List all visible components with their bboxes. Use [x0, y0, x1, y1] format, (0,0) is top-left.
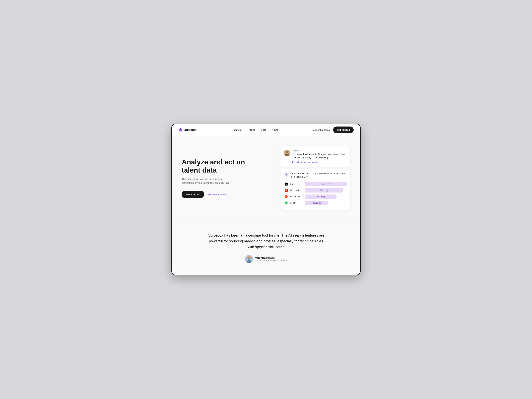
news-label: News	[272, 128, 278, 131]
products-link[interactable]: Products ▾	[231, 128, 242, 131]
testimonial-section: “Juicebox has been an awesome tool for m…	[172, 222, 360, 275]
bar-container: 39 (32%)	[305, 188, 347, 192]
bar: 25 (17%)	[305, 201, 328, 205]
svg-point-9	[286, 174, 287, 175]
upload-label: Upload location search	[296, 161, 317, 163]
svg-point-16	[286, 196, 286, 196]
hero-subtitle: The map shows you the geographical distr…	[182, 177, 232, 185]
testimonial-quote: “Juicebox has been an awesome tool for m…	[206, 232, 326, 250]
hero-actions: Get started Request a demo ›	[182, 191, 248, 198]
bar-container: 32 (26%)	[305, 195, 347, 199]
pricing-link[interactable]: Pricing	[248, 128, 255, 131]
hero-section: Analyze and act on talent data The map s…	[172, 136, 360, 222]
nav-item-pricing[interactable]: Pricing	[248, 128, 255, 131]
navbar: Juicebox Products ▾ Pricing Docs	[172, 124, 360, 136]
docs-link[interactable]: Docs	[261, 128, 266, 131]
bar: 39 (32%)	[305, 188, 343, 192]
logo[interactable]: Juicebox	[178, 127, 197, 132]
hero-title: Analyze and act on talent data	[182, 158, 248, 174]
testimonial-author: Veronica Parado Sr. Technical Recruiter …	[185, 255, 347, 263]
request-demo-nav-link[interactable]: Request a demo	[311, 128, 330, 131]
chevron-down-icon: ▾	[241, 129, 242, 131]
author-avatar-icon	[245, 255, 253, 263]
nav-actions: Request a demo Get started	[311, 127, 354, 133]
products-label: Products	[231, 128, 241, 131]
company-logo: B	[284, 182, 288, 186]
svg-text:K: K	[286, 202, 287, 204]
nav-links: Products ▾ Pricing Docs News	[231, 128, 278, 131]
get-started-hero-button[interactable]: Get started	[182, 191, 204, 198]
svg-point-17	[286, 196, 287, 196]
company-logo: K	[284, 201, 288, 205]
employer-row: B Brex 39 (44%)	[284, 182, 347, 186]
results-header: Great! Here're top 10 current employers …	[284, 172, 347, 179]
svg-point-5	[286, 151, 288, 153]
company-name: Doordash	[290, 189, 304, 191]
avatar-face-icon	[284, 150, 290, 156]
logo-icon	[178, 127, 183, 132]
company-logo	[284, 194, 288, 199]
employer-row: 🍕 Doordash 39 (32%)	[284, 188, 347, 193]
upload-location-link[interactable]: ↑ Upload location search	[292, 161, 347, 163]
device-frame: Juicebox Products ▾ Pricing Docs	[171, 124, 361, 275]
svg-rect-3	[180, 128, 181, 129]
upload-icon: ↑	[292, 161, 295, 163]
svg-point-18	[286, 196, 286, 196]
chat-content: Just now Full stack developer with 8+ ye…	[292, 150, 347, 163]
employer-row: Reddit, Inc 32 (26%)	[284, 194, 347, 199]
employers-list: B Brex 39 (44%) 🍕 Doordash 39 (32%) Redd…	[284, 182, 347, 205]
nav-item-products[interactable]: Products ▾	[231, 128, 242, 131]
bar-container: 25 (17%)	[305, 201, 347, 205]
nav-item-docs[interactable]: Docs	[261, 128, 266, 131]
request-demo-hero-label: Request a demo	[208, 193, 226, 196]
svg-text:B: B	[286, 183, 287, 185]
company-name: Kikoff	[290, 202, 304, 204]
chat-message: Full stack developer with 8+ years exper…	[292, 152, 347, 159]
author-role: Sr. Technical Recruiter at Census	[255, 259, 287, 262]
results-title: Great! Here're top 10 current employers …	[291, 172, 347, 179]
bar: 39 (44%)	[305, 182, 347, 186]
employer-row: K Kikoff 25 (17%)	[284, 201, 347, 205]
company-logo: 🍕	[284, 188, 288, 193]
get-started-nav-button[interactable]: Get started	[333, 127, 354, 133]
author-avatar	[245, 255, 253, 263]
bot-icon	[284, 172, 289, 177]
chat-time: Just now	[292, 150, 347, 152]
hero-text: Analyze and act on talent data The map s…	[182, 158, 248, 198]
news-link[interactable]: News	[272, 128, 278, 131]
chat-query-card: Just now Full stack developer with 8+ ye…	[280, 146, 350, 167]
docs-label: Docs	[261, 128, 266, 131]
results-card: Great! Here're top 10 current employers …	[280, 169, 350, 210]
company-name: Brex	[290, 183, 304, 185]
user-avatar	[284, 150, 290, 156]
svg-line-19	[286, 196, 287, 196]
pricing-label: Pricing	[248, 128, 255, 131]
request-demo-hero-link[interactable]: Request a demo ›	[208, 193, 227, 196]
brand-name: Juicebox	[184, 128, 197, 132]
arrow-right-icon: ›	[226, 193, 227, 196]
cards-panel: Just now Full stack developer with 8+ ye…	[280, 146, 350, 210]
nav-item-news[interactable]: News	[272, 128, 278, 131]
author-name: Veronica Parado	[255, 256, 287, 259]
bar: 32 (26%)	[305, 195, 336, 199]
svg-text:🍕: 🍕	[285, 189, 287, 191]
bar-container: 39 (44%)	[305, 182, 347, 186]
company-name: Reddit, Inc	[290, 195, 304, 198]
bot-svg-icon	[285, 173, 288, 176]
author-info: Veronica Parado Sr. Technical Recruiter …	[255, 256, 287, 262]
